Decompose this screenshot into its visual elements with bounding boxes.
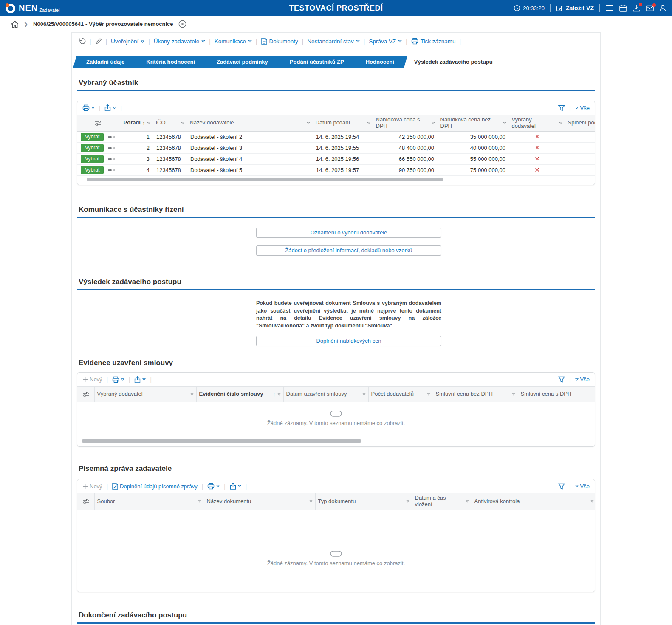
column-header-typ-dokumentu[interactable]: Typ dokumentu	[315, 493, 412, 510]
tab-kriteria-hodnoceni[interactable]: Kritéria hodnocení	[137, 56, 204, 68]
export-button[interactable]	[134, 376, 146, 383]
column-filter-icon[interactable]	[503, 122, 506, 124]
column-header-ico[interactable]: IČO	[153, 115, 187, 131]
create-vz-button[interactable]: Založit VZ	[556, 5, 594, 12]
user-icon[interactable]	[659, 5, 666, 12]
show-all-button[interactable]: Vše	[575, 105, 590, 111]
column-filter-icon[interactable]	[590, 500, 594, 503]
column-header-vybrany-dodavatel[interactable]: Vybraný dodavatel	[509, 115, 565, 131]
section-title: Vybraný účastník	[79, 79, 593, 87]
zadost-o-predlozeni-button[interactable]: Žádost o předložení informací, dokladů n…	[256, 245, 441, 256]
column-filter-icon[interactable]	[181, 122, 184, 124]
show-all-button[interactable]: Vše	[575, 376, 590, 383]
menu-nestandardni-stav[interactable]: Nestandardní stav	[307, 38, 360, 45]
oznameni-o-vyberu-button[interactable]: Oznámení o výběru dodavatele	[256, 228, 441, 238]
nen-logo[interactable]: NEN Zadavatel	[6, 3, 60, 14]
column-header-antivirova-kontrola[interactable]: Antivirová kontrola	[472, 493, 595, 510]
show-all-button[interactable]: Vše	[575, 483, 590, 490]
tab-zakladni-udaje[interactable]: Základní údaje	[77, 56, 134, 68]
column-settings-header[interactable]	[77, 115, 119, 131]
vybrat-button[interactable]: Vybrat	[81, 155, 104, 163]
edit-pencil-icon[interactable]	[95, 38, 102, 45]
column-filter-icon[interactable]	[147, 122, 150, 124]
tab-podani-ucastniku[interactable]: Podání účastníků ZP	[280, 56, 353, 68]
print-button[interactable]	[112, 376, 124, 383]
filter-button[interactable]	[558, 105, 565, 111]
column-filter-icon[interactable]	[309, 500, 313, 503]
column-header-soubor[interactable]: Soubor	[94, 493, 204, 510]
breadcrumb-item[interactable]: N006/25/V00005641 - Výběr provozovatele …	[33, 21, 173, 27]
cell-cena-s-dph: 48 400 000,00	[373, 142, 438, 153]
horizontal-scrollbar[interactable]	[82, 178, 590, 181]
export-button[interactable]	[230, 483, 241, 490]
row-menu-button[interactable]	[104, 164, 119, 175]
column-header-smluvni-cena-s-dph[interactable]: Smluvní cena s DPH	[518, 387, 595, 402]
tab-hodnoceni[interactable]: Hodnocení	[356, 56, 404, 68]
menu-dokumenty[interactable]: Dokumenty	[261, 38, 298, 45]
column-filter-icon[interactable]	[307, 122, 310, 124]
table-row: Vybrat 1 12345678 Dodavatel - školení 2 …	[77, 131, 595, 142]
column-filter-icon[interactable]	[559, 122, 562, 124]
tab-vysledek-zadavaciho-postupu[interactable]: Výsledek zadávacího postupu	[407, 56, 500, 68]
column-header-nazev-dodavatele[interactable]: Název dodavatele	[187, 115, 313, 131]
column-filter-icon[interactable]	[362, 393, 366, 396]
tab-zadavaci-podminky[interactable]: Zadávací podmínky	[207, 56, 277, 68]
column-settings-header[interactable]	[77, 387, 94, 402]
column-filter-icon[interactable]	[427, 393, 430, 396]
chevron-down-icon	[575, 107, 579, 109]
vybrat-button[interactable]: Vybrat	[81, 144, 104, 152]
menu-icon[interactable]	[605, 5, 614, 11]
column-filter-icon[interactable]	[190, 393, 194, 396]
column-settings-icon	[82, 498, 89, 504]
chevron-down-icon	[398, 40, 402, 43]
column-filter-icon[interactable]	[466, 500, 469, 503]
row-menu-button[interactable]	[104, 131, 119, 142]
column-filter-icon[interactable]	[432, 122, 435, 124]
column-header-cena-s-dph[interactable]: Nabídková cena s DPH	[373, 115, 438, 131]
menu-ukony-zadavatele[interactable]: Úkony zadavatele	[154, 38, 205, 45]
column-header-pocet-dodavatelu[interactable]: Počet dodavatelů	[368, 387, 433, 402]
messages-icon[interactable]	[646, 5, 654, 11]
column-settings-header[interactable]	[77, 493, 94, 510]
cell-nazev: Dodavatel - školení 2	[187, 131, 313, 142]
column-header-datum-podani[interactable]: Datum podání	[313, 115, 373, 131]
close-record-icon[interactable]	[178, 20, 186, 28]
column-filter-icon[interactable]	[198, 500, 201, 503]
export-button[interactable]	[104, 104, 116, 111]
menu-sprava-vz[interactable]: Správa VZ	[369, 38, 402, 45]
column-header-cena-bez-dph[interactable]: Nabídková cena bez DPH	[438, 115, 509, 131]
column-header-poradi[interactable]: Pořadí↑	[119, 115, 153, 131]
doplneni-udaju-button[interactable]: Doplnění údajů písemné zprávy	[112, 483, 198, 490]
column-filter-icon[interactable]	[406, 500, 409, 503]
history-undo-icon[interactable]	[79, 38, 86, 45]
print-button[interactable]	[207, 483, 220, 490]
menu-tisk-zaznamu[interactable]: Tisk záznamu	[411, 38, 456, 45]
column-header-evidencni-cislo[interactable]: Evidenční číslo smlouvy↑	[196, 387, 283, 402]
vybrat-button[interactable]: Vybrat	[81, 133, 104, 141]
calendar-icon[interactable]	[619, 5, 627, 12]
new-record-button[interactable]: Nový	[82, 376, 102, 383]
cell-cena-bez-dph: 35 000 000,00	[438, 131, 509, 142]
filter-button[interactable]	[558, 483, 565, 490]
column-header-splneni-podminek[interactable]: Splnění podmínek	[565, 115, 595, 131]
column-filter-icon[interactable]	[277, 393, 281, 396]
home-icon[interactable]	[11, 21, 19, 28]
menu-uverejneni[interactable]: Uveřejnění	[111, 38, 144, 45]
column-filter-icon[interactable]	[367, 122, 370, 124]
row-menu-button[interactable]	[104, 142, 119, 153]
column-header-nazev-dokumentu[interactable]: Název dokumentu	[204, 493, 315, 510]
column-header-smluvni-cena-bez-dph[interactable]: Smluvní cena bez DPH	[433, 387, 518, 402]
column-header-datum-vlozeni[interactable]: Datum a čas vložení	[412, 493, 472, 510]
print-button[interactable]	[82, 104, 95, 111]
doplneni-cen-button[interactable]: Doplnění nabídkových cen	[256, 336, 441, 346]
horizontal-scrollbar[interactable]	[82, 439, 590, 443]
column-filter-icon[interactable]	[512, 393, 515, 396]
row-menu-button[interactable]	[104, 153, 119, 164]
filter-button[interactable]	[558, 376, 565, 383]
vybrat-button[interactable]: Vybrat	[81, 166, 104, 174]
menu-komunikace[interactable]: Komunikace	[215, 38, 252, 45]
downloads-icon[interactable]	[632, 5, 640, 12]
new-record-button[interactable]: Nový	[82, 483, 102, 490]
column-header-vybrany-dodavatel[interactable]: Vybraný dodavatel	[94, 387, 196, 402]
column-header-datum-uzavreni[interactable]: Datum uzavření smlouvy	[283, 387, 368, 402]
